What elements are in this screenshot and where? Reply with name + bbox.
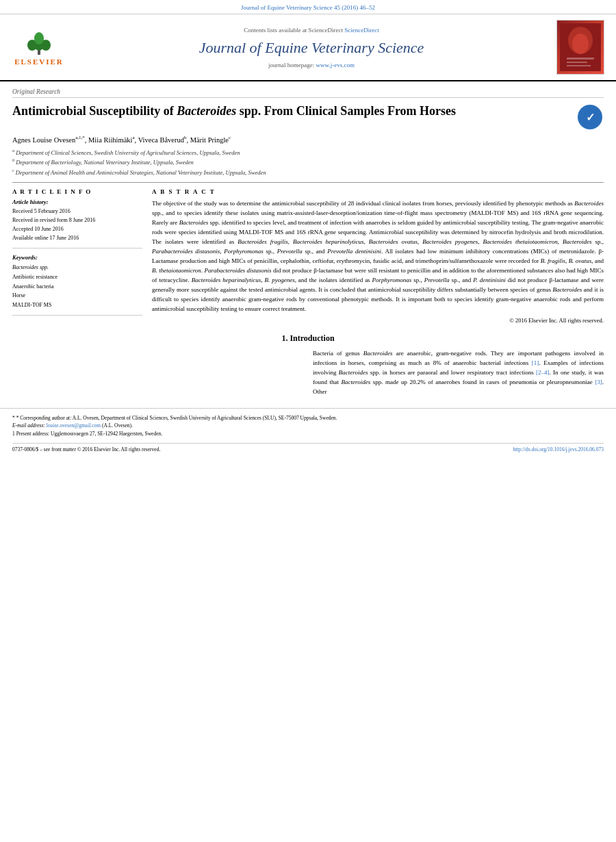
svg-point-4 [34,32,44,44]
author2-name: , Miia Riihimäki [85,136,133,144]
abstract-heading: A B S T R A C T [152,188,604,195]
article-info-heading: A R T I C L E I N F O [12,188,142,195]
keyword-3: Anaerobic bacteria [12,282,142,292]
footnote-corresponding: * * Corresponding author at: A.L. Ovesen… [12,414,604,437]
elsevier-tree-icon [22,29,56,56]
author4-name: , Märit Pringle [186,136,229,144]
authors-line: Agnes Louise Ovesena,1,*, Miia Riihimäki… [12,135,604,144]
issn-text: 0737-0806/$ – see front matter © 2016 El… [12,446,160,452]
keywords-section: Keywords: Bacteroides spp. Antibiotic re… [12,254,142,316]
intro-heading: 1. Introduction [12,333,604,344]
intro-columns: Bacteria of genus Bacteroides are anaero… [12,349,604,397]
article-info-column: A R T I C L E I N F O Article history: R… [12,188,142,324]
article-content: Original Research Antimicrobial Suscepti… [0,81,616,324]
history-revised: Received in revised form 8 June 2016 [12,216,142,225]
intro-col-left [12,349,303,397]
journal-cover-thumbnail [556,20,604,75]
elsevier-brand-text: ELSEVIER [14,58,64,66]
author-email-link[interactable]: louise.ovesen@gmail.com [47,422,101,429]
history-received: Received 5 February 2016 [12,207,142,216]
keyword-4: Horse [12,291,142,301]
sciencedirect-link[interactable]: ScienceDirect [344,27,378,34]
svg-rect-8 [567,58,594,60]
footnotes: * * Corresponding author at: A.L. Ovesen… [12,414,604,437]
affiliation-c: c Department of Animal Health and Antimi… [12,168,604,177]
email-label: E-mail address: [12,422,47,429]
article-info-abstract-section: A R T I C L E I N F O Article history: R… [12,182,604,324]
article-history-section: Article history: Received 5 February 201… [12,199,142,248]
introduction-section: 1. Introduction Bacteria of genus Bacter… [0,333,616,397]
elsevier-logo: ELSEVIER [14,29,64,66]
affiliation-a: a Department of Clinical Sciences, Swedi… [12,148,604,157]
journal-homepage-line: journal homepage: www.j-evs.com [268,62,355,68]
keyword-2: Antibiotic resistance [12,272,142,282]
svg-rect-10 [567,65,591,66]
journal-citation-text: Journal of Equine Veterinary Science 45 … [241,4,375,11]
abstract-body: The objective of the study was to determ… [152,199,604,314]
journal-citation: Journal of Equine Veterinary Science 45 … [0,0,616,14]
crossmark-badge[interactable]: ✓ [576,103,604,131]
title-genus: Bacteroides [177,104,236,118]
doi-link[interactable]: http://dx.doi.org/10.1016/j.jevs.2016.06… [513,446,604,452]
journal-main-title: Journal of Equine Veterinary Science [199,39,424,57]
history-accepted: Accepted 10 June 2016 [12,225,142,234]
cover-image-icon [560,23,601,71]
publisher-logo-area: ELSEVIER [8,20,70,75]
journal-title-area: Contents lists available at ScienceDirec… [77,20,546,75]
keyword-1: Bacteroides spp. [12,263,142,272]
article-title: Antimicrobial Susceptibility of Bacteroi… [12,103,569,119]
intro-col-right: Bacteria of genus Bacteroides are anaero… [313,349,604,397]
page-footer: * * Corresponding author at: A.L. Ovesen… [0,408,616,457]
title-prefix: Antimicrobial Susceptibility of [12,104,177,118]
author1-sup: a,1,* [75,135,85,140]
author1-name: Agnes Louise Ovesen [12,136,75,144]
footer-bottom-bar: 0737-0806/$ – see front matter © 2016 El… [12,443,604,452]
svg-rect-9 [567,62,587,63]
author4-sup: c [229,135,231,140]
sciencedirect-notice: Contents lists available at ScienceDirec… [244,27,379,34]
history-label: Article history: [12,199,142,205]
crossmark-icon: ✓ [578,105,602,129]
page: Journal of Equine Veterinary Science 45 … [0,0,616,842]
keywords-label: Keywords: [12,254,142,261]
title-row: Antimicrobial Susceptibility of Bacteroi… [12,103,604,131]
cover-thumbnail-area [553,20,608,75]
homepage-url[interactable]: www.j-evs.com [316,62,355,68]
svg-point-7 [572,34,589,54]
author3-name: , Viveca Båverud [135,136,184,144]
title-suffix: spp. From Clinical Samples From Horses [236,104,456,118]
keyword-5: MALDI-TOF MS [12,301,142,310]
affiliation-b: b Department of Bacteriology, National V… [12,157,604,167]
history-online: Available online 17 June 2016 [12,234,142,243]
article-type-label: Original Research [12,88,604,98]
abstract-column: A B S T R A C T The objective of the stu… [152,188,604,324]
copyright-notice: © 2016 Elsevier Inc. All rights reserved… [152,317,604,324]
journal-header: ELSEVIER Contents lists available at Sci… [0,14,616,81]
affiliations-block: a Department of Clinical Sciences, Swedi… [12,148,604,177]
